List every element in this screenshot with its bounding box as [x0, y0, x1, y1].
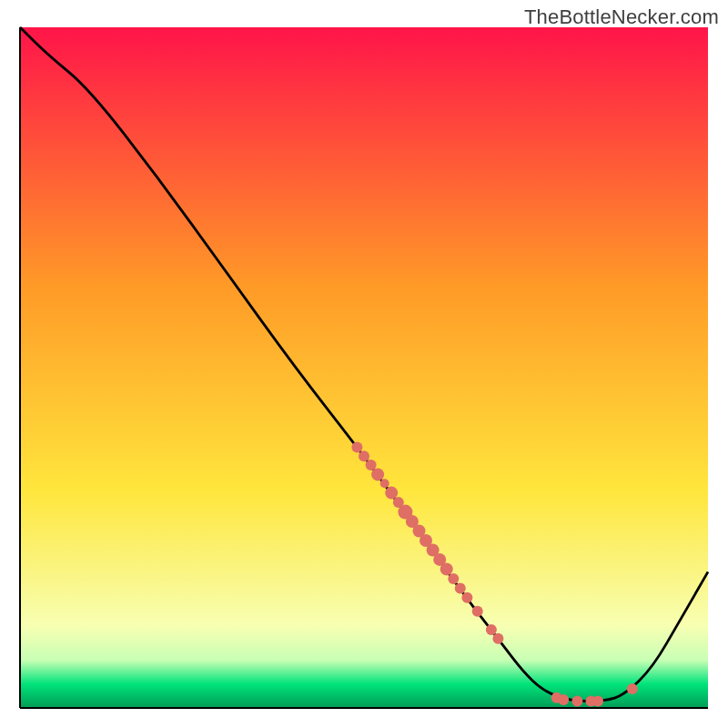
data-marker — [492, 633, 503, 644]
data-marker — [385, 487, 398, 500]
chart-container: TheBottleNecker.com — [0, 0, 728, 728]
data-marker — [366, 460, 377, 470]
data-marker — [472, 606, 483, 617]
data-marker — [461, 592, 472, 603]
data-marker — [486, 624, 497, 635]
data-marker — [571, 696, 582, 707]
data-marker — [627, 683, 638, 694]
data-marker — [351, 442, 362, 453]
plot-background — [20, 27, 708, 708]
data-marker — [380, 479, 389, 488]
data-marker — [440, 562, 453, 575]
data-marker — [592, 696, 603, 707]
data-marker — [448, 573, 459, 584]
bottleneck-curve-plot — [0, 0, 728, 728]
data-marker — [359, 450, 369, 461]
data-marker — [455, 582, 466, 593]
data-marker — [371, 468, 384, 480]
data-marker — [558, 694, 569, 705]
